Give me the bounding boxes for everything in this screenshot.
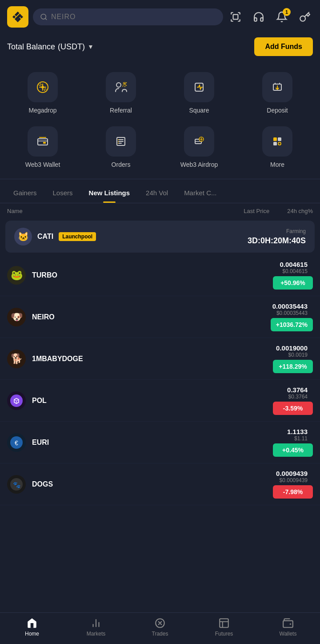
web3airdrop-icon (184, 126, 214, 157)
chevron-down-icon: ▼ (88, 43, 94, 50)
neiro-icon: 🐶 (7, 308, 26, 326)
nav-wallets-label: Wallets (280, 631, 297, 637)
svg-rect-17 (278, 137, 281, 141)
section-divider (0, 179, 320, 179)
coin-row-pol[interactable]: POL 0.3764 $0.3764 -3.59% (0, 380, 320, 422)
coin-row-1mbabydoge[interactable]: 🐕 1MBABYDOGE 0.0019000 $0.0019 +118.29% (0, 338, 320, 380)
quick-action-web3airdrop[interactable]: Web3 Airdrop (160, 121, 238, 175)
turbo-change: +50.96% (273, 276, 313, 290)
binance-logo[interactable] (7, 6, 28, 28)
svg-rect-29 (220, 619, 228, 628)
referral-icon (106, 72, 136, 102)
pol-price-usd: $0.3764 (288, 394, 308, 400)
bottom-nav: Home Markets Trades Futures Wallets (0, 612, 320, 644)
table-header: Name Last Price 24h chg% (0, 203, 320, 219)
svg-rect-30 (283, 621, 293, 628)
web3wallet-icon (28, 126, 58, 157)
orders-icon (106, 126, 136, 157)
add-funds-button[interactable]: Add Funds (254, 37, 313, 56)
col-change: 24h chg% (287, 208, 313, 214)
notification-badge: 1 (283, 8, 291, 16)
quick-action-deposit[interactable]: Deposit (238, 67, 316, 121)
tab-gainers[interactable]: Gainers (5, 183, 45, 203)
header: 1 (0, 0, 320, 34)
svg-point-3 (41, 86, 44, 89)
balance-label[interactable]: Total Balance (USDT) ▼ (7, 42, 94, 52)
dogs-icon: 🐾 (7, 475, 26, 494)
nav-futures-label: Futures (215, 631, 233, 637)
turbo-icon: 🐸 (7, 266, 26, 285)
col-last-price: Last Price (244, 208, 269, 214)
svg-point-11 (118, 139, 119, 140)
euri-symbol: EURI (32, 439, 49, 447)
svg-rect-8 (38, 139, 48, 145)
svg-point-4 (116, 83, 121, 87)
market-tabs: Gainers Losers New Listings 24h Vol Mark… (0, 183, 320, 203)
1mbabydoge-symbol: 1MBABYDOGE (32, 355, 83, 363)
search-bar[interactable] (33, 8, 223, 25)
tab-market-cap[interactable]: Market C... (176, 183, 224, 203)
nav-trades[interactable]: Trades (142, 617, 178, 637)
1mbabydoge-change: +118.29% (273, 360, 313, 373)
notification-icon[interactable]: 1 (274, 9, 290, 25)
turbo-price-usd: $0.004615 (282, 268, 308, 274)
farming-timer: 3D:0H:20M:40S (248, 236, 306, 246)
launchpool-left: 🐱 CATI Launchpool (14, 228, 96, 246)
key-icon[interactable] (297, 9, 313, 25)
nav-markets[interactable]: Markets (78, 617, 114, 637)
svg-rect-16 (273, 137, 277, 141)
nav-futures[interactable]: Futures (206, 617, 242, 637)
coin-row-euri[interactable]: € EURI 1.1133 $1.11 +0.45% (0, 422, 320, 463)
svg-point-12 (118, 141, 119, 142)
svg-point-31 (290, 624, 291, 625)
farming-label: Farming (248, 228, 306, 234)
turbo-price: 0.004615 (280, 261, 308, 268)
quick-actions-grid: Megadrop Referral Square (0, 63, 320, 175)
pol-price: 0.3764 (287, 386, 308, 394)
neiro-price: 0.00035443 (272, 302, 308, 310)
dogs-price: 0.0009439 (276, 470, 308, 477)
1mbabydoge-price: 0.0019000 (276, 344, 308, 352)
tab-losers[interactable]: Losers (45, 183, 81, 203)
quick-action-referral[interactable]: Referral (82, 67, 160, 121)
tab-24h-vol[interactable]: 24h Vol (138, 183, 176, 203)
neiro-price-usd: $0.00035443 (276, 310, 308, 316)
1mbabydoge-icon: 🐕 (7, 350, 26, 368)
neiro-change: +1036.72% (271, 318, 313, 331)
col-name: Name (7, 208, 23, 214)
square-icon (184, 72, 214, 102)
pol-icon (7, 391, 26, 410)
search-input[interactable] (51, 13, 216, 21)
quick-action-orders[interactable]: Orders (82, 121, 160, 175)
nav-home[interactable]: Home (14, 617, 50, 637)
balance-row: Total Balance (USDT) ▼ Add Funds (0, 34, 320, 63)
pol-symbol: POL (32, 397, 47, 405)
tab-new-listings[interactable]: New Listings (81, 183, 138, 203)
svg-point-13 (118, 143, 119, 144)
launchpool-card[interactable]: 🐱 CATI Launchpool Farming 3D:0H:20M:40S (5, 221, 315, 253)
euri-price-usd: $1.11 (294, 435, 308, 442)
megadrop-icon (28, 72, 58, 102)
launchpool-right: Farming 3D:0H:20M:40S (248, 228, 306, 246)
neiro-symbol: NEIRO (32, 313, 55, 321)
header-icons: 1 (228, 9, 313, 25)
quick-action-web3wallet[interactable]: Web3 Wallet (4, 121, 82, 175)
quick-action-square[interactable]: Square (160, 67, 238, 121)
quick-action-more[interactable]: More (238, 121, 316, 175)
euri-change: +0.45% (273, 443, 313, 457)
nav-trades-label: Trades (152, 631, 168, 637)
coin-row-neiro[interactable]: 🐶 NEIRO 0.00035443 $0.00035443 +1036.72% (0, 296, 320, 338)
dogs-symbol: DOGS (32, 480, 53, 488)
cati-symbol: CATI (37, 233, 53, 241)
coin-row-turbo[interactable]: 🐸 TURBO 0.004615 $0.004615 +50.96% (0, 254, 320, 296)
nav-wallets[interactable]: Wallets (270, 617, 306, 637)
quick-action-megadrop[interactable]: Megadrop (4, 67, 82, 121)
scan-icon[interactable] (228, 9, 244, 25)
svg-rect-9 (43, 142, 46, 144)
coin-row-dogs[interactable]: 🐾 DOGS 0.0009439 $0.0009439 -7.98% (0, 463, 320, 505)
more-icon (262, 126, 292, 157)
svg-text:€: € (15, 439, 18, 447)
headphone-icon[interactable] (251, 9, 267, 25)
nav-markets-label: Markets (87, 631, 106, 637)
svg-rect-1 (233, 15, 238, 20)
